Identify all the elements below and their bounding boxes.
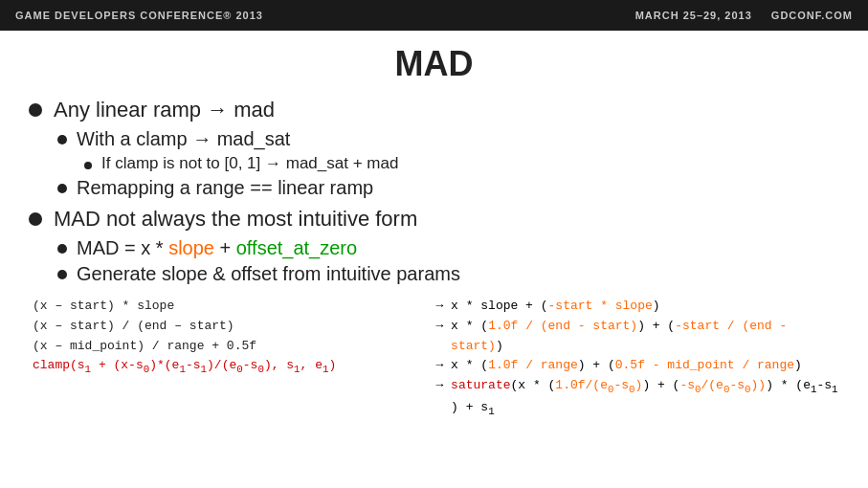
code-right-line-1: → x * slope + (-start * slope): [436, 297, 840, 317]
highlight-slope: slope: [168, 237, 214, 258]
arrow-4: →: [436, 376, 452, 396]
sub-sub-list-1: If clamp is not to [0, 1] → mad_sat + ma…: [57, 154, 839, 173]
code-line-1: (x – start) * slope: [33, 297, 436, 317]
sub-text-1-2: Remapping a range == linear ramp: [77, 177, 373, 199]
code-right-column: → x * slope + (-start * slope) → x * (1.…: [436, 297, 840, 420]
bullet-text-1: Any linear ramp → mad: [54, 98, 275, 122]
sub-sub-dot: [84, 162, 92, 169]
arrow-1: →: [436, 297, 452, 317]
sub-text-1-1: With a clamp → mad_sat: [77, 128, 290, 150]
sub-item-1-1: With a clamp → mad_sat: [57, 128, 839, 150]
bullet-dot-2: [29, 212, 42, 226]
code-right-line-3: → x * (1.0f / range) + (0.5f - mid_point…: [436, 356, 840, 376]
slide-content: MAD Any linear ramp → mad With a clamp →…: [0, 31, 868, 430]
sub-dot-2-1: [57, 244, 67, 254]
header-conference: GAME DEVELOPERS CONFERENCE® 2013: [15, 10, 263, 21]
sub-dot-1-2: [57, 184, 67, 193]
code-left-4-clamp: clamp(s1 + (x-s0)*(e1-s1)/(e0-s0), s1, e…: [33, 356, 336, 378]
code-right-1: x * slope + (-start * slope): [451, 297, 659, 317]
sub-sub-item-1-1-1: If clamp is not to [0, 1] → mad_sat + ma…: [84, 154, 839, 173]
header-bar: GAME DEVELOPERS CONFERENCE® 2013 MARCH 2…: [0, 0, 868, 31]
code-right-line-4: → saturate(x * (1.0f/(e0-s0)) + (-s0/(e0…: [436, 376, 840, 420]
code-left-2: (x – start) / (end – start): [33, 317, 234, 337]
slide-title: MAD: [29, 44, 839, 84]
sub-sub-text: If clamp is not to [0, 1] → mad_sat + ma…: [101, 154, 398, 173]
sub-list-1: With a clamp → mad_sat If clamp is not t…: [29, 128, 839, 199]
main-bullet-list: Any linear ramp → mad With a clamp → mad…: [29, 98, 839, 285]
code-right-3: x * (1.0f / range) + (0.5f - mid_point /…: [451, 356, 802, 376]
code-right-2: x * (1.0f / (end - start)) + (-start / (…: [451, 317, 839, 357]
bullet-item-1: Any linear ramp → mad: [29, 98, 839, 122]
sub-dot-2-2: [57, 270, 67, 279]
code-line-2: (x – start) / (end – start): [33, 317, 436, 337]
code-right-line-2: → x * (1.0f / (end - start)) + (-start /…: [436, 317, 840, 357]
highlight-offset: offset_at_zero: [236, 237, 357, 258]
sub-list-2: MAD = x * slope + offset_at_zero Generat…: [29, 237, 839, 285]
bullet-item-2: MAD not always the most intuitive form: [29, 207, 839, 232]
bullet-dot-1: [29, 103, 42, 117]
code-line-4: clamp(s1 + (x-s0)*(e1-s1)/(e0-s0), s1, e…: [33, 356, 436, 378]
code-left-1: (x – start) * slope: [33, 297, 174, 317]
code-right-4: saturate(x * (1.0f/(e0-s0)) + (-s0/(e0-s…: [451, 376, 839, 420]
code-block: (x – start) * slope (x – start) / (end –…: [29, 297, 839, 420]
sub-text-2-1: MAD = x * slope + offset_at_zero: [77, 237, 357, 259]
code-line-3: (x – mid_point) / range + 0.5f: [33, 337, 436, 357]
header-right-group: MARCH 25–29, 2013 GDCONF.COM: [635, 10, 853, 21]
arrow-3: →: [436, 356, 452, 376]
header-site: GDCONF.COM: [771, 10, 853, 21]
code-left-column: (x – start) * slope (x – start) / (end –…: [33, 297, 436, 420]
code-left-3: (x – mid_point) / range + 0.5f: [33, 337, 256, 357]
sub-item-2-1: MAD = x * slope + offset_at_zero: [57, 237, 839, 259]
arrow-2: →: [436, 317, 452, 337]
sub-text-2-2: Generate slope & offset from intuitive p…: [77, 263, 460, 285]
header-date: MARCH 25–29, 2013: [635, 10, 752, 21]
sub-dot-1-1: [57, 135, 67, 144]
sub-item-2-2: Generate slope & offset from intuitive p…: [57, 263, 839, 285]
sub-item-1-2: Remapping a range == linear ramp: [57, 177, 839, 199]
bullet-text-2: MAD not always the most intuitive form: [54, 207, 417, 232]
